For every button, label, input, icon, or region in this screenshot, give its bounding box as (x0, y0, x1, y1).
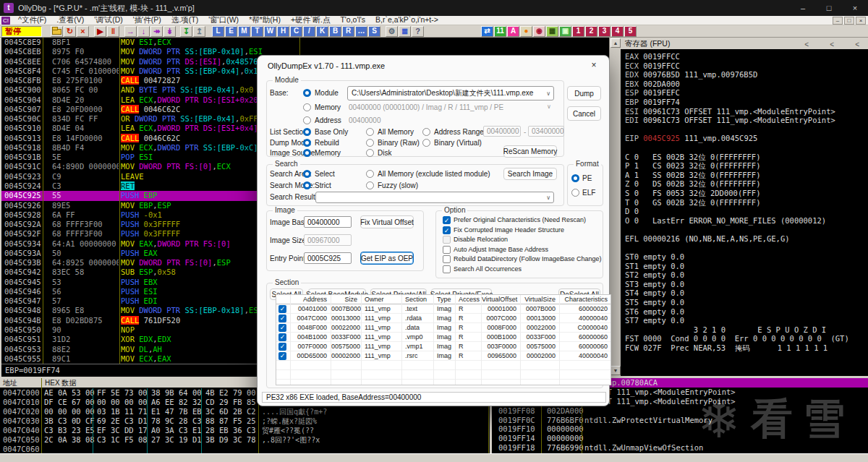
register-row[interactable]: ST5 empty 0.0 (625, 298, 868, 307)
register-row[interactable]: EFL 00000216 (NO,NB,NE,A,NS,PE,GE,G) (625, 234, 868, 244)
register-row[interactable]: ST2 empty 0.0 (625, 270, 868, 280)
open-file-button[interactable] (51, 26, 63, 37)
binary-raw-radio[interactable] (366, 139, 374, 147)
register-row[interactable]: ST3 empty 0.0 (625, 280, 868, 289)
section-column-header[interactable]: Section (402, 295, 434, 304)
register-row[interactable]: C 0 ES 002B 32位 0(FFFFFFFF) (625, 153, 868, 162)
stack-row[interactable]: 0019FF08002DA000 (492, 406, 868, 416)
select-radio[interactable] (303, 170, 311, 178)
maximize-button[interactable]: □ (816, 0, 842, 16)
ollydumpex-dialog[interactable]: OllyDumpEx v1.70 - 111.vmp.exe × Module … (257, 55, 610, 406)
scroll-up-icon[interactable]: ▲ (610, 38, 621, 48)
trace-icon[interactable]: ↡ (163, 26, 176, 37)
dump-row[interactable]: 0047C060 (0, 445, 490, 453)
step-into-icon[interactable]: → (124, 26, 137, 37)
all-memory-label[interactable]: All Memory (378, 128, 414, 136)
plugin-5-button[interactable]: 5 (624, 26, 637, 37)
rebuild-label[interactable]: Rebuild (315, 139, 339, 147)
section-table-row[interactable]: ✓0047C00000013000111_vmp.rdataImagR0007C… (276, 314, 610, 323)
menu-item[interactable]: 选.项(T) (166, 15, 203, 24)
go-to-icon[interactable]: ↥ (193, 26, 205, 37)
call-stack-window-button[interactable]: K (316, 26, 328, 37)
breakpoints-window-button[interactable]: B (329, 26, 341, 37)
register-row[interactable]: EBX 002DA000 (625, 80, 868, 89)
fuzzy-label[interactable]: Fuzzy (slow) (378, 181, 418, 189)
chevron-down-icon[interactable]: ∨ (546, 194, 550, 201)
register-row[interactable]: EAX 0019FFCC (625, 52, 868, 61)
binary-virtual-label[interactable]: Binary (Virtual) (434, 139, 482, 147)
dialog-close-button[interactable]: × (587, 59, 600, 71)
register-row[interactable] (625, 143, 868, 153)
stack-row[interactable]: 0019FF1400000000 (492, 434, 868, 443)
dump-row[interactable]: 0047C0303B C3 0D CF69 2E C3 D178 9C 28 C… (0, 416, 490, 426)
search-image-button[interactable]: Search Image (503, 168, 557, 180)
disasm-row[interactable]: 0045C8E98BF1MOV ESI,ECX (1, 38, 609, 47)
module-radio[interactable] (303, 89, 311, 97)
run-trace-window-button[interactable]: … (355, 26, 367, 37)
register-row[interactable]: A 1 SS 002B 32位 0(FFFFFFFF) (625, 171, 868, 180)
registers-panel[interactable]: 寄存器 (FPU) < < < EAX 0019FFCCECX 0019FFCC… (621, 38, 868, 376)
mdi-close-button[interactable]: × (856, 17, 866, 25)
menu-item[interactable]: B,r`e,a'kP`o,i'n+t-> (370, 15, 443, 24)
section-column-header[interactable]: Owner (362, 295, 402, 304)
option-label[interactable]: Rebuild DataDirectory (Follow ImageBase … (454, 255, 602, 262)
register-row[interactable]: O 0 LastErr ERROR_NO_MORE_FILES (0000001… (625, 216, 868, 226)
run-icon[interactable]: ▶ (94, 26, 106, 37)
source-window-button[interactable]: S (368, 26, 380, 37)
close-process-icon[interactable]: × (77, 26, 89, 37)
register-row[interactable]: 3 2 1 0 E S P U O Z D I (625, 325, 868, 335)
plugin-dot-icon[interactable]: ● (520, 26, 532, 37)
mdi-restore-button[interactable]: □ (844, 17, 854, 25)
section-column-header[interactable]: Type (434, 295, 456, 304)
register-row[interactable]: FCW 027F Prec NEAR,53 掩码 1 1 1 1 1 1 (625, 343, 868, 353)
section-row-checkbox[interactable]: ✓ (278, 315, 286, 322)
dump-row[interactable]: 0047C02000 00 00 0003 1B 11 71E1 47 7B E… (0, 407, 490, 416)
range-from-input[interactable]: 00400000 (483, 126, 521, 137)
register-row[interactable]: EIP 0045C925 111_vmp.0045C925 (625, 134, 868, 143)
cancel-button[interactable]: Cancel (567, 106, 601, 121)
windows-window-button[interactable]: W (264, 26, 276, 37)
register-row[interactable]: ESP 0019FEFC (625, 88, 868, 98)
rebuild-radio[interactable] (303, 139, 311, 147)
mdi-minimize-button[interactable]: – (833, 17, 843, 25)
select-label[interactable]: Select (315, 170, 335, 178)
option-checkbox[interactable] (443, 246, 451, 254)
pe-label[interactable]: PE (582, 174, 592, 182)
plugin-11-icon[interactable]: 11 (494, 26, 506, 37)
register-row[interactable]: T 0 GS 002B 32位 0(FFFFFFFF) (625, 198, 868, 208)
register-row[interactable]: S 0 FS 0053 32位 2DD000(FFF) (625, 189, 868, 198)
register-row[interactable]: ST0 empty 0.0 (625, 252, 868, 262)
dump-row[interactable]: 0047C0502C 0A 38 08C3 1C F5 0827 3C 19 D… (0, 435, 490, 445)
entry-point-input[interactable]: 0005C925 (304, 252, 352, 264)
collapse-icon[interactable]: < (855, 39, 859, 51)
menu-item[interactable]: '窗'口(W) (203, 15, 244, 24)
disk-source-label[interactable]: Disk (378, 149, 391, 157)
section-column-header[interactable]: Size (331, 295, 362, 304)
option-label[interactable]: Search All Occurrences (454, 265, 522, 273)
animate-into-icon[interactable]: ↠ (150, 26, 163, 37)
plugin-3-button[interactable]: 3 (598, 26, 610, 37)
module-radio-label[interactable]: Module (315, 89, 339, 97)
disk-source-radio[interactable] (366, 149, 374, 157)
section-column-header[interactable]: Access (456, 295, 482, 304)
search-all-memory-radio[interactable] (366, 170, 374, 178)
executables-window-button[interactable]: E (225, 26, 237, 37)
option-checkbox[interactable]: ✓ (443, 216, 451, 224)
option-checkbox[interactable] (443, 255, 451, 263)
option-label[interactable]: Disable Relocation (454, 236, 508, 243)
all-memory-radio[interactable] (366, 128, 374, 136)
pe-radio[interactable] (571, 174, 579, 182)
references-window-button[interactable]: R (342, 26, 354, 37)
option-checkbox[interactable]: ✓ (443, 226, 451, 234)
section-column-header[interactable] (276, 295, 291, 304)
register-row[interactable]: EDX 00976B5D 111_vmp.00976B5D (625, 70, 868, 80)
scroll-down-icon[interactable]: ▼ (610, 366, 621, 375)
options-icon[interactable]: ⚙ (386, 26, 398, 37)
patches-window-button[interactable]: / (303, 26, 315, 37)
plugin-grid-icon[interactable]: ▦ (546, 26, 558, 37)
section-column-header[interactable]: Address (291, 295, 331, 304)
option-checkbox[interactable] (443, 236, 451, 244)
register-row[interactable]: ESI 00961C73 OFFSET 111_vmp.<ModuleEntry… (625, 107, 868, 116)
appearance-icon[interactable]: ≣ (399, 26, 411, 37)
menu-item[interactable]: +硬件`断.点 (286, 15, 336, 24)
